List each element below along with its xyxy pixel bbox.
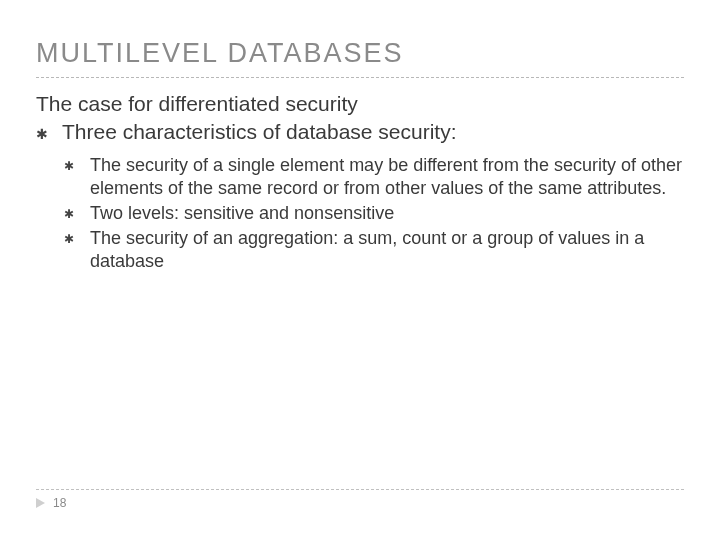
sub-bullet-group: ✱ The security of a single element may b… [64, 154, 684, 273]
main-bullet-text: Three characteristics of database securi… [62, 120, 457, 144]
sub-bullet-text: Two levels: sensitive and nonsensitive [90, 202, 684, 225]
page-number: 18 [53, 496, 66, 510]
sub-bullet-text: The security of an aggregation: a sum, c… [90, 227, 684, 273]
sub-bullet-text: The security of a single element may be … [90, 154, 684, 200]
sub-bullet: ✱ Two levels: sensitive and nonsensitive [64, 202, 684, 225]
bullet-icon: ✱ [64, 159, 74, 174]
page-marker-icon [36, 498, 45, 508]
slide-footer: 18 [36, 489, 684, 510]
sub-bullet: ✱ The security of an aggregation: a sum,… [64, 227, 684, 273]
bullet-icon: ✱ [64, 207, 74, 222]
slide: MULTILEVEL DATABASES The case for differ… [0, 0, 720, 273]
slide-subtitle: The case for differentiated security [36, 92, 684, 116]
footer-divider [36, 489, 684, 490]
slide-title: MULTILEVEL DATABASES [36, 38, 684, 69]
title-divider [36, 77, 684, 78]
main-bullet: ✱ Three characteristics of database secu… [36, 120, 684, 144]
bullet-icon: ✱ [64, 232, 74, 247]
bullet-icon: ✱ [36, 126, 48, 142]
sub-bullet: ✱ The security of a single element may b… [64, 154, 684, 200]
